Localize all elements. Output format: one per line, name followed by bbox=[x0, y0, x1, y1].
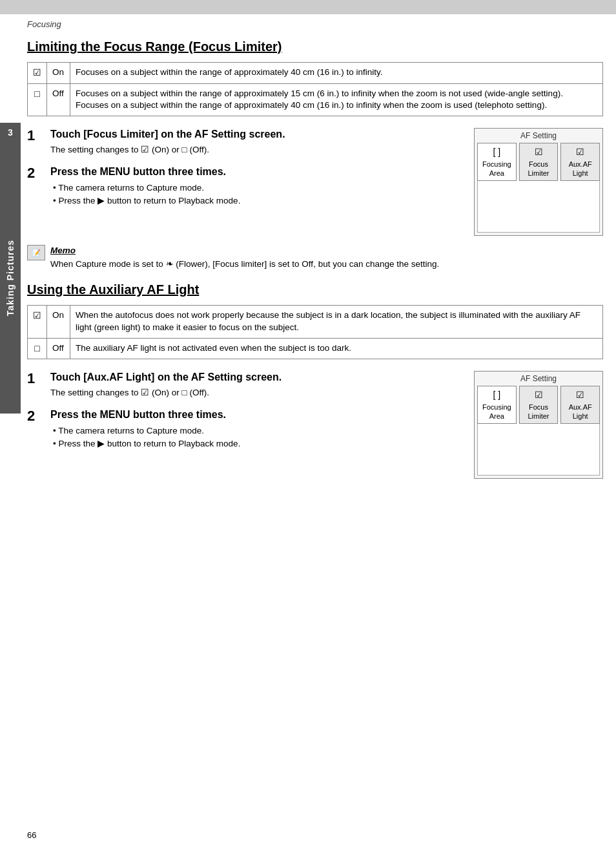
table-row: Off The auxiliary AF light is not activa… bbox=[28, 338, 603, 359]
step-content: Press the MENU button three times. The c… bbox=[50, 408, 464, 450]
focusing-area-icon-2: [ ] bbox=[479, 389, 515, 401]
af-buttons: [ ] FocusingArea ☑ FocusLimiter ☑ Aux.AF… bbox=[477, 143, 600, 181]
step-number: 1 bbox=[27, 128, 45, 143]
af-btn-label: Aux.AFLight bbox=[569, 403, 592, 420]
steps-left: 1 Touch [Focus Limiter] on the AF Settin… bbox=[27, 128, 464, 214]
table-row: Off Focuses on a subject within the rang… bbox=[28, 83, 603, 116]
section1-title: Limiting the Focus Range (Focus Limiter) bbox=[27, 39, 603, 54]
focus-limiter-icon-2: ☑ bbox=[521, 389, 557, 401]
step1: 1 Touch [Focus Limiter] on the AF Settin… bbox=[27, 128, 464, 159]
af-setting-box-2: AF Setting [ ] FocusingArea ☑ FocusLimit… bbox=[474, 371, 603, 479]
bullet-list: The camera returns to Capture mode. Pres… bbox=[50, 424, 464, 451]
step-title: Press the MENU button three times. bbox=[50, 408, 464, 422]
memo-title: Memo bbox=[50, 245, 603, 257]
focusing-area-icon: [ ] bbox=[479, 146, 515, 158]
desc-cell: Focuses on a subject within the range of… bbox=[70, 63, 603, 84]
list-item: The camera returns to Capture mode. bbox=[53, 424, 464, 437]
step-content: Touch [Aux.AF Light] on the AF Setting s… bbox=[50, 371, 464, 402]
memo-section: 📝 Memo When Capture mode is set to ❧ (Fl… bbox=[27, 245, 603, 271]
table-row: On When the autofocus does not work prop… bbox=[28, 305, 603, 338]
step2: 2 Press the MENU button three times. The… bbox=[27, 165, 464, 207]
af-btn-label: FocusingArea bbox=[482, 160, 511, 177]
page-label: Focusing bbox=[27, 19, 603, 29]
side-tab: Taking Pictures bbox=[0, 142, 21, 414]
step-content: Touch [Focus Limiter] on the AF Setting … bbox=[50, 128, 464, 159]
af-btn-label: Aux.AFLight bbox=[569, 160, 592, 177]
af-btn-label: FocusingArea bbox=[482, 403, 511, 420]
af-setting-title: AF Setting bbox=[477, 131, 600, 140]
af-btn-focus-limiter-2[interactable]: ☑ FocusLimiter bbox=[519, 386, 559, 424]
top-bar bbox=[0, 0, 616, 14]
af-btn-aux-af-light[interactable]: ☑ Aux.AFLight bbox=[560, 143, 600, 181]
step-content: Press the MENU button three times. The c… bbox=[50, 165, 464, 207]
section1-table: On Focuses on a subject within the range… bbox=[27, 62, 603, 116]
table-row: On Focuses on a subject within the range… bbox=[28, 63, 603, 84]
af-setting-box: AF Setting [ ] FocusingArea ☑ FocusLimit… bbox=[474, 128, 603, 236]
page-content: Focusing Limiting the Focus Range (Focus… bbox=[27, 14, 603, 479]
step-desc: The setting changes to ☑ (On) or □ (Off)… bbox=[50, 387, 464, 399]
label-cell: On bbox=[47, 63, 70, 84]
page-number: 66 bbox=[27, 830, 36, 840]
step-title: Touch [Focus Limiter] on the AF Setting … bbox=[50, 128, 464, 142]
step2: 2 Press the MENU button three times. The… bbox=[27, 408, 464, 450]
focus-limiter-icon: ☑ bbox=[521, 146, 557, 158]
memo-text: When Capture mode is set to ❧ (Flower), … bbox=[50, 258, 603, 271]
bullet-list: The camera returns to Capture mode. Pres… bbox=[50, 182, 464, 208]
aux-af-light-icon-2: ☑ bbox=[562, 389, 598, 401]
section2-step-row: 1 Touch [Aux.AF Light] on the AF Setting… bbox=[27, 371, 603, 479]
chapter-label: Taking Pictures bbox=[5, 240, 15, 316]
label-cell: On bbox=[47, 305, 70, 338]
label-cell: Off bbox=[47, 83, 70, 116]
check-cell bbox=[28, 338, 47, 359]
list-item: Press the ▶ button to return to Playback… bbox=[53, 194, 464, 207]
step-title: Press the MENU button three times. bbox=[50, 165, 464, 179]
af-setting-title-2: AF Setting bbox=[477, 374, 600, 383]
steps-left: 1 Touch [Aux.AF Light] on the AF Setting… bbox=[27, 371, 464, 457]
af-btn-aux-af-light-2[interactable]: ☑ Aux.AFLight bbox=[560, 386, 600, 424]
af-buttons-2: [ ] FocusingArea ☑ FocusLimiter ☑ Aux.AF… bbox=[477, 386, 600, 424]
af-btn-focus-limiter[interactable]: ☑ FocusLimiter bbox=[519, 143, 559, 181]
desc-cell: When the autofocus does not work properl… bbox=[70, 305, 603, 338]
memo-content: Memo When Capture mode is set to ❧ (Flow… bbox=[50, 245, 603, 271]
check-cell bbox=[28, 305, 47, 338]
section2-table: On When the autofocus does not work prop… bbox=[27, 305, 603, 359]
af-btn-label: FocusLimiter bbox=[528, 160, 549, 177]
list-item: Press the ▶ button to return to Playback… bbox=[53, 437, 464, 450]
aux-af-light-icon: ☑ bbox=[562, 146, 598, 158]
chapter-number: 3 bbox=[0, 123, 21, 142]
list-item: The camera returns to Capture mode. bbox=[53, 182, 464, 194]
af-setting-panel: AF Setting [ ] FocusingArea ☑ FocusLimit… bbox=[474, 128, 603, 236]
step-number: 2 bbox=[27, 165, 45, 181]
memo-icon: 📝 bbox=[27, 245, 45, 260]
af-btn-focusing-area[interactable]: [ ] FocusingArea bbox=[477, 143, 517, 181]
af-btn-focusing-area-2[interactable]: [ ] FocusingArea bbox=[477, 386, 517, 424]
step1-row: 1 Touch [Focus Limiter] on the AF Settin… bbox=[27, 128, 603, 236]
step-title: Touch [Aux.AF Light] on the AF Setting s… bbox=[50, 371, 464, 384]
check-cell bbox=[28, 63, 47, 84]
label-cell: Off bbox=[47, 338, 70, 359]
af-btn-label: FocusLimiter bbox=[528, 403, 549, 420]
step-number: 1 bbox=[27, 371, 45, 386]
af-setting-panel-2: AF Setting [ ] FocusingArea ☑ FocusLimit… bbox=[474, 371, 603, 479]
desc-cell: The auxiliary AF light is not activated … bbox=[70, 338, 603, 359]
section2-title: Using the Auxiliary AF Light bbox=[27, 282, 603, 297]
step-desc: The setting changes to ☑ (On) or □ (Off)… bbox=[50, 144, 464, 156]
desc-cell: Focuses on a subject within the range of… bbox=[70, 83, 603, 116]
step1: 1 Touch [Aux.AF Light] on the AF Setting… bbox=[27, 371, 464, 402]
check-cell bbox=[28, 83, 47, 116]
step-number: 2 bbox=[27, 408, 45, 424]
